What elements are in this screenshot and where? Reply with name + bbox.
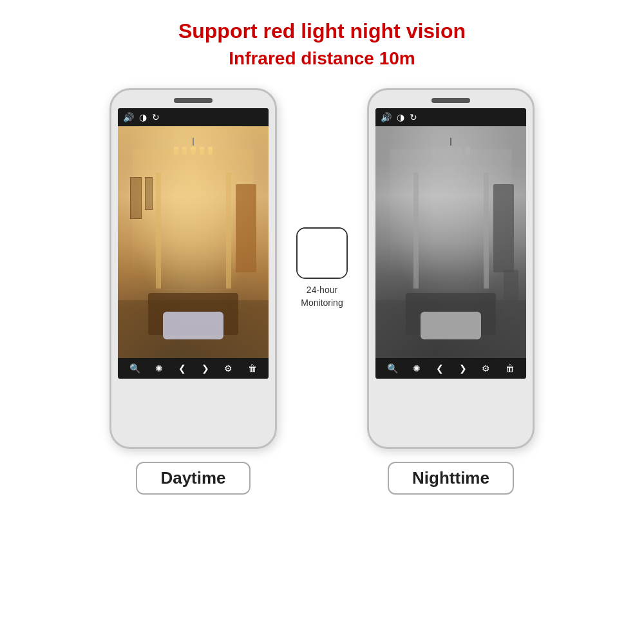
daytime-trash-icon: 🗑 (248, 363, 257, 374)
nighttime-trash-icon: 🗑 (506, 363, 515, 374)
nighttime-refresh-icon: ↻ (410, 112, 417, 122)
nighttime-contrast-icon: ◑ (397, 112, 404, 122)
daytime-refresh-icon: ↻ (152, 112, 160, 122)
subtitle-value: 10m (379, 48, 415, 68)
monitoring-label: 24-hourMonitoring (301, 284, 343, 309)
header: Support red light night vision Infrared … (178, 19, 466, 69)
nighttime-label-container: Nighttime (367, 462, 535, 495)
daytime-screen: 🔊 ◑ ↻ (118, 108, 269, 379)
nighttime-search-icon: 🔍 (387, 363, 398, 374)
nighttime-room-scene (375, 126, 526, 358)
daytime-next-icon: ❯ (202, 363, 209, 374)
night-half: ☽ (298, 229, 346, 278)
daytime-top-bar: 🔊 ◑ ↻ (118, 108, 269, 126)
daytime-image (118, 126, 269, 358)
nighttime-phone: 🔊 ◑ ↻ (367, 88, 535, 449)
daytime-contrast-icon: ◑ (139, 112, 147, 122)
daytime-search-icon: 🔍 (129, 363, 140, 374)
daytime-label-container: Daytime (109, 462, 277, 495)
nighttime-next-icon: ❯ (459, 363, 467, 374)
nighttime-settings-icon: ⚙ (482, 363, 490, 374)
phones-container: 🔊 ◑ ↻ (109, 88, 535, 449)
nighttime-label: Nighttime (388, 462, 514, 495)
nighttime-top-bar: 🔊 ◑ ↻ (375, 108, 526, 126)
daytime-brightness-icon: ✺ (155, 363, 163, 374)
daytime-settings-icon: ⚙ (224, 363, 232, 374)
diagonal-separator (298, 229, 346, 278)
daytime-prev-icon: ❮ (178, 363, 186, 374)
ottoman (163, 312, 223, 339)
sun-icon: ✳ (303, 234, 314, 248)
nighttime-speaker-slot (431, 98, 470, 103)
nighttime-prev-icon: ❮ (436, 363, 444, 374)
moon-icon: ☽ (331, 261, 341, 272)
svg-line-0 (298, 229, 346, 278)
nighttime-brightness-icon: ✺ (413, 363, 421, 374)
daytime-label: Daytime (136, 462, 250, 495)
nighttime-image (375, 126, 526, 358)
daytime-room-scene (118, 126, 269, 358)
center-badge: ✳ ☽ 24-hourMonitoring (277, 227, 367, 309)
daytime-phone: 🔊 ◑ ↻ (109, 88, 277, 449)
nighttime-volume-icon: 🔊 (381, 112, 392, 122)
daytime-bottom-bar: 🔍 ✺ ❮ ❯ ⚙ 🗑 (118, 358, 269, 379)
daytime-speaker-slot (174, 98, 213, 103)
main-title: Support red light night vision (178, 19, 466, 43)
day-night-icon: ✳ ☽ (296, 227, 348, 279)
subtitle-prefix: Infrared distance (229, 48, 379, 68)
nighttime-bottom-bar: 🔍 ✺ ❮ ❯ ⚙ 🗑 (375, 358, 526, 379)
daytime-volume-icon: 🔊 (123, 112, 134, 122)
nighttime-screen: 🔊 ◑ ↻ (375, 108, 526, 379)
labels-row: Daytime Nighttime (0, 462, 644, 495)
night-ottoman (421, 312, 481, 339)
subtitle: Infrared distance 10m (178, 48, 466, 69)
day-half: ✳ (298, 229, 346, 278)
